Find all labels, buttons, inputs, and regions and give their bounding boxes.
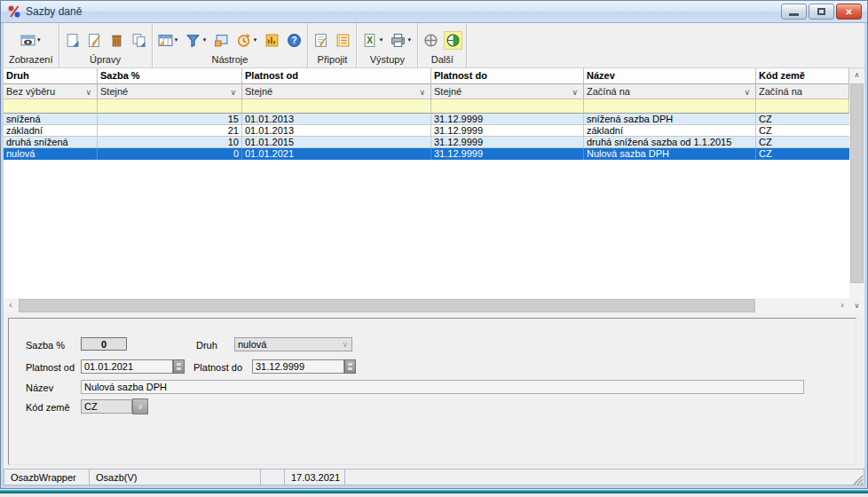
filter-platnost-od[interactable]: Stejné∨ (242, 84, 431, 99)
new-row-cell[interactable] (431, 99, 584, 114)
new-row-cell[interactable] (756, 99, 849, 114)
grid-filter-row: Bez výběru∨ Stejné∨ Stejné∨ Stejné∨ Začí… (4, 84, 849, 99)
cell-druh: snížená (4, 114, 98, 125)
print-icon[interactable]: ▼ (389, 31, 414, 50)
table-row[interactable]: základní 21 01.01.2013 31.12.9999 základ… (4, 125, 849, 137)
refresh-icon[interactable]: ▼ (234, 31, 259, 50)
copy-record-icon[interactable] (130, 31, 148, 50)
column-header-nazev[interactable]: Název (584, 68, 756, 84)
new-row-cell[interactable] (98, 99, 242, 114)
dropdown-arrow-icon: ▼ (378, 37, 383, 43)
chevron-down-icon: ∨ (230, 85, 236, 99)
platnost-od-spinner[interactable] (173, 359, 185, 374)
column-header-druh[interactable]: Druh (4, 68, 98, 84)
cell-sazba: 0 (98, 148, 242, 160)
kod-zeme-lookup-button[interactable]: ∨ (132, 398, 148, 414)
toolbar-group-label: Další (422, 54, 462, 67)
cell-platnost-do: 31.12.9999 (431, 125, 584, 137)
cell-platnost-od: 01.01.2015 (242, 137, 431, 148)
vertical-scrollbar[interactable]: ∧ ∨ (849, 68, 864, 313)
new-row-cell[interactable] (584, 99, 756, 114)
svg-text:?: ? (292, 36, 297, 45)
related-icon[interactable] (422, 31, 440, 50)
legislation-icon[interactable] (444, 31, 462, 50)
filter-sazba[interactable]: Stejné∨ (98, 84, 242, 99)
grid-header-row: Druh Sazba % Platnost od Platnost do Náz… (4, 68, 849, 84)
status-dataset-name: Osazb(V) (90, 469, 261, 485)
toolbar-group-upravy: Úpravy (59, 23, 153, 67)
new-record-icon[interactable] (63, 31, 82, 50)
filter-icon[interactable]: ▼ (184, 31, 209, 50)
sum-icon[interactable] (212, 31, 231, 50)
detail-form: Sazba % 0 Druh nulová∨ Platnost od 01.01… (8, 318, 856, 465)
chevron-down-icon: ∨ (572, 85, 578, 99)
cell-platnost-od: 01.01.2013 (242, 125, 431, 137)
table-row[interactable]: druhá snížená 10 01.01.2015 31.12.9999 d… (4, 137, 849, 148)
tax-rates-grid: Druh Sazba % Platnost od Platnost do Náz… (4, 68, 864, 313)
maximize-icon (817, 8, 825, 15)
filter-platnost-do[interactable]: Stejné∨ (431, 84, 584, 99)
cell-nazev: snížená sazba DPH (584, 114, 756, 125)
edit-record-icon[interactable] (85, 31, 104, 50)
dropdown-arrow-icon: ▼ (174, 37, 179, 43)
excel-export-icon[interactable]: X ▼ (360, 31, 385, 50)
sazba-field[interactable]: 0 (81, 337, 127, 351)
nazev-field[interactable]: Nulová sazba DPH (81, 380, 804, 394)
analysis-icon[interactable] (263, 31, 281, 50)
dropdown-arrow-icon: ▼ (252, 37, 257, 43)
scroll-up-icon[interactable]: ∧ (849, 68, 864, 83)
chevron-down-icon: ∨ (419, 85, 425, 99)
maximize-button[interactable] (809, 4, 834, 20)
chevron-down-icon: ∨ (744, 85, 750, 99)
cell-sazba: 21 (98, 125, 242, 137)
status-bar: OsazbWrapper Osazb(V) 17.03.2021 (4, 469, 864, 485)
delete-record-icon[interactable] (107, 31, 126, 50)
vertical-scrollbar-thumb[interactable] (850, 83, 864, 283)
toolbar-group-vystupy: X ▼ ▼ Výstupy (357, 23, 418, 67)
help-icon[interactable]: ? (285, 31, 304, 50)
cell-druh: základní (4, 125, 98, 137)
table-row-selected[interactable]: nulová 0 01.01.2021 31.12.9999 Nulová sa… (4, 148, 849, 160)
column-header-kod-zeme[interactable]: Kód země (756, 68, 849, 84)
platnost-od-field[interactable]: 01.01.2021 (81, 359, 173, 374)
table-row[interactable]: snížená 15 01.01.2013 31.12.9999 snížená… (4, 114, 849, 125)
filter-kod-zeme[interactable]: Začíná na (756, 84, 849, 99)
scroll-right-icon[interactable]: › (835, 298, 849, 313)
platnost-do-field[interactable]: 31.12.9999 (252, 359, 344, 374)
svg-text:X: X (367, 36, 374, 45)
column-header-platnost-od[interactable]: Platnost od (242, 68, 431, 84)
cell-platnost-do: 31.12.9999 (431, 114, 584, 125)
app-window: Sazby daně ✕ ▼ Zobrazení (0, 0, 868, 489)
kod-zeme-field[interactable]: CZ (81, 399, 132, 414)
column-header-platnost-do[interactable]: Platnost do (431, 68, 584, 84)
columns-icon[interactable]: ▼ (156, 31, 181, 50)
new-row-cell[interactable] (242, 99, 431, 114)
close-icon: ✕ (845, 7, 852, 17)
status-empty-cell (261, 469, 285, 485)
close-button[interactable]: ✕ (836, 4, 862, 20)
druh-dropdown[interactable]: nulová∨ (234, 337, 352, 351)
horizontal-scrollbar-thumb[interactable] (19, 299, 755, 312)
horizontal-scrollbar[interactable]: ‹ › (4, 298, 849, 313)
cell-kod-zeme: CZ (756, 137, 849, 148)
filter-druh[interactable]: Bez výběru∨ (4, 84, 98, 99)
view-icon[interactable]: ▼ (19, 31, 43, 50)
platnost-do-label: Platnost do (193, 362, 242, 373)
cell-nazev: druhá snížená sazba od 1.1.2015 (584, 137, 756, 148)
cell-kod-zeme: CZ (756, 114, 849, 125)
resize-grip[interactable] (853, 475, 864, 485)
status-date: 17.03.2021 (285, 469, 345, 485)
sazba-label: Sazba % (26, 340, 65, 351)
dropdown-arrow-icon: ▼ (36, 37, 42, 43)
scroll-left-icon[interactable]: ‹ (4, 298, 18, 313)
attach-note-icon[interactable] (312, 31, 330, 50)
filter-nazev[interactable]: Začíná na∨ (584, 84, 756, 99)
minimize-button[interactable] (781, 4, 807, 20)
column-header-sazba[interactable]: Sazba % (98, 68, 242, 84)
platnost-do-spinner[interactable] (344, 359, 356, 374)
toolbar: ▼ Zobrazení Úpravy (4, 23, 864, 68)
scroll-down-icon[interactable]: ∨ (849, 299, 864, 313)
dropdown-arrow-icon: ▼ (201, 37, 207, 43)
new-row-cell[interactable] (4, 99, 98, 114)
attach-list-icon[interactable] (334, 31, 352, 50)
